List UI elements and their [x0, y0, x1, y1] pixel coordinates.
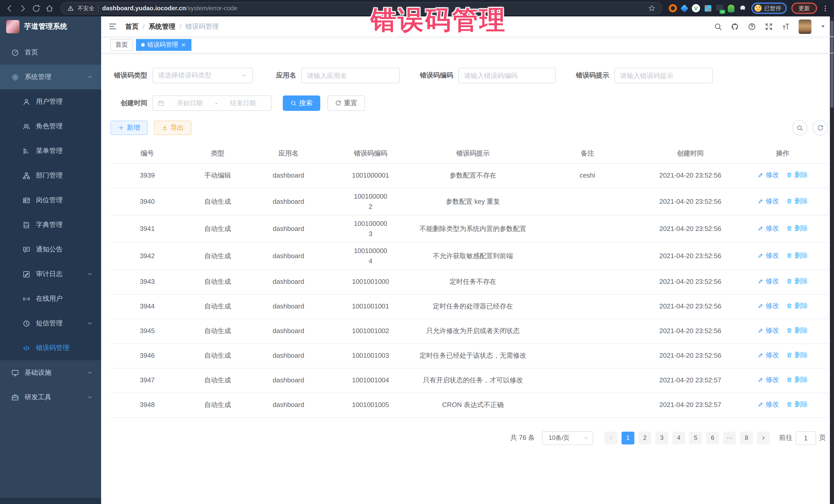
sidebar-item[interactable]: 短信管理 — [0, 311, 101, 336]
search-button[interactable]: 搜索 — [283, 95, 320, 111]
reset-button[interactable]: 重置 — [327, 95, 365, 111]
edit-button[interactable]: 修改 — [758, 223, 779, 233]
font-size-icon[interactable] — [782, 22, 790, 30]
row-id-cell: 3948 — [110, 393, 184, 417]
caret-down-icon[interactable] — [820, 24, 826, 29]
page-button[interactable]: 5 — [689, 431, 702, 444]
profile-emoji-icon — [754, 5, 762, 12]
sidebar-item[interactable]: 岗位管理 — [0, 188, 101, 213]
page-button[interactable]: 4 — [672, 431, 685, 444]
edit-button[interactable]: 修改 — [758, 250, 779, 261]
top-navbar: 首页 / 系统管理 / 错误码管理 — [101, 17, 834, 37]
page-size-select[interactable]: 10条/页 — [542, 431, 593, 445]
page-button[interactable]: 8 — [740, 431, 753, 444]
column-header: 类型 — [184, 144, 251, 163]
refresh-table-button[interactable] — [812, 120, 828, 135]
error-type-select[interactable]: 请选择错误码类型 — [152, 68, 253, 83]
sidebar-item[interactable]: 系统管理 — [0, 65, 101, 89]
screen-on-extension-icon[interactable]: on — [716, 5, 723, 12]
app-logo-row[interactable]: 芋道管理系统 — [0, 17, 101, 37]
user-avatar[interactable] — [798, 19, 811, 34]
sidebar-item[interactable]: 首页 — [0, 40, 101, 65]
github-icon[interactable] — [731, 22, 739, 30]
green-agent-extension-icon[interactable] — [728, 4, 734, 12]
tab-error-code[interactable]: 错误码管理 — [136, 39, 192, 51]
url-bar[interactable]: 不安全 dashboard.yudao.iocoder.cn/system/er… — [61, 2, 662, 14]
active-dot-icon — [141, 43, 145, 47]
breadcrumb-home[interactable]: 首页 — [125, 22, 138, 31]
sidebar-item[interactable]: 角色管理 — [0, 114, 101, 138]
page-button[interactable]: 6 — [706, 431, 719, 444]
edit-button[interactable]: 修改 — [758, 170, 779, 180]
orange-target-extension-icon[interactable] — [669, 4, 677, 12]
breadcrumb-current: 错误码管理 — [185, 22, 219, 31]
sidebar-item[interactable]: 错误码管理 — [0, 336, 101, 360]
sidebar-item[interactable]: 在线用户 — [0, 286, 101, 311]
breadcrumb-system[interactable]: 系统管理 — [149, 22, 175, 31]
delete-button[interactable]: 删除 — [786, 325, 808, 336]
edit-button[interactable]: 修改 — [758, 399, 779, 410]
profile-paused-badge[interactable]: 已暂停 — [751, 3, 787, 14]
delete-button[interactable]: 删除 — [786, 250, 808, 261]
search-icon[interactable] — [714, 22, 722, 30]
delete-button[interactable]: 删除 — [786, 196, 808, 206]
edit-button[interactable]: 修改 — [758, 276, 779, 286]
pencil-icon — [758, 172, 764, 178]
green-v-extension-icon[interactable]: V — [692, 4, 700, 12]
sidebar-item[interactable]: 部门管理 — [0, 163, 101, 188]
delete-button[interactable]: 删除 — [786, 170, 808, 180]
bookmark-star-icon[interactable] — [648, 5, 655, 12]
tab-home[interactable]: 首页 — [110, 39, 133, 51]
chevron-left-icon — [608, 435, 614, 441]
edit-button[interactable]: 修改 — [758, 301, 779, 311]
puzzle-extension-icon[interactable] — [739, 4, 747, 12]
sidebar-item[interactable]: 通知公告 — [0, 237, 101, 262]
row-actions-cell: 修改删除 — [737, 163, 829, 188]
more-pages-button[interactable]: ··· — [723, 431, 736, 444]
edit-button[interactable]: 修改 — [758, 375, 779, 385]
error-hint-input[interactable] — [614, 68, 713, 83]
edit-button[interactable]: 修改 — [758, 325, 779, 336]
help-icon[interactable] — [748, 22, 756, 30]
app-logo-image — [6, 20, 20, 34]
sidebar-item[interactable]: 菜单管理 — [0, 138, 101, 163]
delete-button[interactable]: 删除 — [786, 301, 808, 311]
app-name-input[interactable] — [301, 68, 400, 83]
page-scrollbar[interactable] — [830, 17, 834, 504]
page-button[interactable]: 2 — [638, 431, 651, 444]
toggle-search-button[interactable] — [792, 120, 807, 135]
sidebar-item[interactable]: 研发工具 — [0, 385, 101, 410]
back-icon[interactable] — [5, 4, 14, 13]
browser-menu-kebab-icon[interactable] — [822, 4, 829, 13]
delete-button[interactable]: 删除 — [786, 223, 808, 233]
page-button[interactable]: 1 — [621, 431, 634, 444]
delete-button[interactable]: 删除 — [786, 350, 808, 360]
home-icon[interactable] — [45, 4, 54, 13]
reload-icon[interactable] — [32, 4, 41, 13]
start-date-placeholder: 开始日期 — [166, 99, 213, 108]
browser-update-button[interactable]: 更新 — [791, 3, 817, 14]
goto-page-input[interactable] — [795, 431, 816, 445]
export-button[interactable]: 导出 — [154, 120, 192, 135]
close-icon[interactable] — [181, 42, 186, 48]
edit-button[interactable]: 修改 — [758, 196, 779, 206]
create-time-range-picker[interactable]: 开始日期 - 结束日期 — [152, 95, 271, 111]
add-button[interactable]: 新增 — [110, 120, 148, 135]
grid-extension-icon[interactable] — [705, 5, 711, 12]
sidebar-item[interactable]: 用户管理 — [0, 89, 101, 114]
delete-button[interactable]: 删除 — [786, 399, 808, 410]
delete-button[interactable]: 删除 — [786, 375, 808, 385]
sidebar-item[interactable]: 审计日志 — [0, 262, 101, 286]
blue-gem-extension-icon[interactable] — [680, 4, 688, 12]
edit-button[interactable]: 修改 — [758, 350, 779, 360]
hamburger-icon[interactable] — [108, 22, 117, 31]
forward-icon[interactable] — [19, 4, 27, 13]
sidebar-item[interactable]: 字典管理 — [0, 213, 101, 237]
page-button[interactable]: 3 — [655, 431, 668, 444]
fullscreen-icon[interactable] — [765, 22, 773, 30]
prev-page-button[interactable] — [605, 431, 617, 444]
delete-button[interactable]: 删除 — [786, 276, 808, 286]
sidebar-item[interactable]: 基础设施 — [0, 360, 101, 385]
next-page-button[interactable] — [757, 431, 770, 444]
error-code-input[interactable] — [458, 68, 556, 83]
